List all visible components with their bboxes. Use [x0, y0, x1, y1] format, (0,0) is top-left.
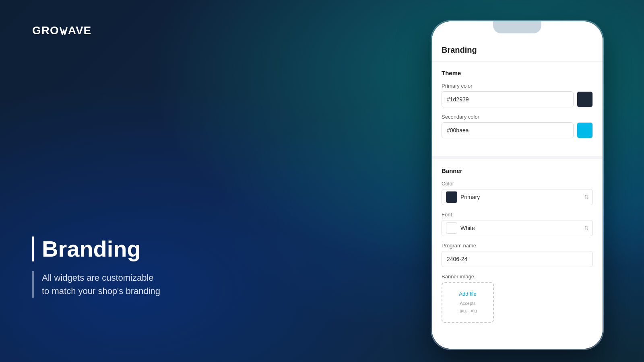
banner-color-field: Color Primary ⇅	[442, 181, 593, 205]
theme-section-title: Theme	[442, 70, 593, 76]
add-file-button[interactable]: Add file	[450, 291, 485, 297]
banner-font-color-preview	[446, 222, 457, 234]
secondary-color-input[interactable]	[442, 122, 574, 138]
secondary-color-swatch[interactable]	[577, 122, 593, 138]
subtitle-line1: All widgets are customizable	[42, 273, 154, 283]
left-panel: GRO AVE Branding All widgets are customi…	[0, 0, 322, 362]
banner-font-select[interactable]: White ⇅	[442, 220, 593, 236]
program-name-label: Program name	[442, 243, 593, 249]
banner-image-upload[interactable]: Add file Accepts.jpg, .png	[442, 282, 494, 323]
banner-font-field: Font White ⇅	[442, 212, 593, 236]
phone-mockup: Branding Theme Primary color	[431, 20, 604, 350]
logo-text: GRO AVE	[32, 24, 91, 37]
banner-color-preview	[446, 191, 457, 203]
program-name-input[interactable]	[442, 251, 593, 267]
chevron-down-icon: ⇅	[584, 194, 588, 200]
page-heading: Branding	[32, 237, 290, 261]
program-name-field: Program name	[442, 243, 593, 267]
branding-page-title: Branding	[442, 45, 593, 55]
theme-section: Theme Primary color Secondary color	[432, 62, 603, 153]
primary-color-field: Primary color	[442, 83, 593, 107]
phone-frame: Branding Theme Primary color	[431, 20, 604, 350]
branding-page-header: Branding	[432, 37, 603, 62]
logo-wave	[59, 24, 68, 37]
banner-section-title: Banner	[442, 167, 593, 174]
left-content: Branding All widgets are customizable to…	[32, 237, 290, 338]
banner-font-label: Font	[442, 212, 593, 218]
phone-notch	[493, 21, 541, 33]
primary-color-input[interactable]	[442, 91, 574, 107]
banner-color-label: Color	[442, 181, 593, 187]
secondary-color-field: Secondary color	[442, 114, 593, 138]
chevron-down-icon-2: ⇅	[584, 225, 588, 231]
primary-color-row	[442, 91, 593, 107]
subtitle-line2: to match your shop's branding	[42, 286, 160, 296]
wave-icon	[59, 25, 68, 37]
logo: GRO AVE	[32, 24, 290, 37]
logo-prefix: GRO	[32, 24, 59, 37]
logo-suffix: AVE	[68, 24, 92, 37]
page-subtitle: All widgets are customizable to match yo…	[32, 271, 290, 298]
banner-image-label: Banner image	[442, 274, 593, 280]
upload-hint: Accepts.jpg, .png	[458, 301, 477, 313]
banner-image-field: Banner image Add file Accepts.jpg, .png	[442, 274, 593, 323]
phone-content: Branding Theme Primary color	[432, 21, 603, 349]
banner-color-select[interactable]: Primary ⇅	[442, 189, 593, 205]
secondary-color-row	[442, 122, 593, 138]
primary-color-swatch[interactable]	[577, 91, 593, 107]
banner-color-option: Primary	[460, 194, 581, 200]
primary-color-label: Primary color	[442, 83, 593, 89]
phone-inner: Branding Theme Primary color	[432, 21, 603, 349]
section-separator-1	[432, 156, 603, 159]
banner-section: Banner Color Primary ⇅ Fon	[432, 159, 603, 337]
banner-font-option: White	[460, 225, 581, 231]
phone-scroll[interactable]: Branding Theme Primary color	[432, 37, 603, 349]
secondary-color-label: Secondary color	[442, 114, 593, 120]
